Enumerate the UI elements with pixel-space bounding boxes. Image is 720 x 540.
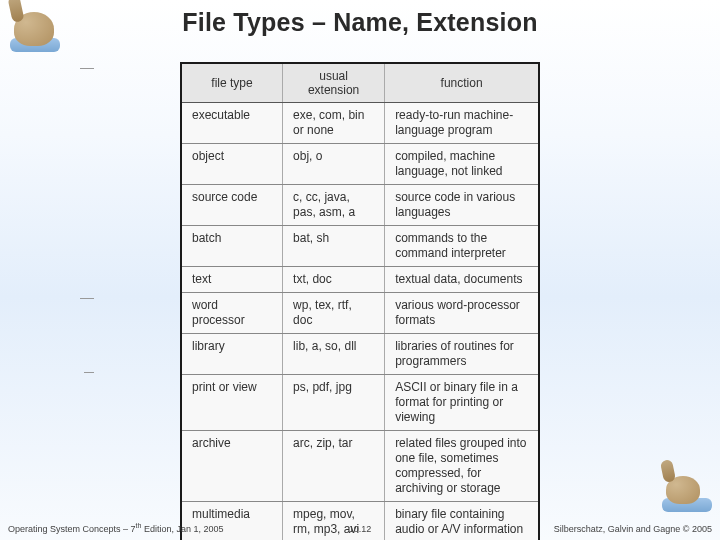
cell-type: batch	[182, 226, 283, 267]
decorative-line	[84, 372, 94, 373]
table-row: batchbat, shcommands to the command inte…	[182, 226, 538, 267]
cell-func: commands to the command interpreter	[385, 226, 538, 267]
cell-ext: bat, sh	[283, 226, 385, 267]
decorative-line	[80, 298, 94, 299]
col-header-ext: usual extension	[283, 64, 385, 103]
file-types-table: file type usual extension function execu…	[182, 64, 538, 540]
footer-page-number: 10.12	[349, 524, 372, 534]
cell-func: ASCII or binary file in a format for pri…	[385, 375, 538, 431]
slide-title: File Types – Name, Extension	[0, 8, 720, 37]
cell-type: library	[182, 334, 283, 375]
cell-ext: wp, tex, rtf, doc	[283, 293, 385, 334]
table-row: print or viewps, pdf, jpgASCII or binary…	[182, 375, 538, 431]
cell-ext: c, cc, java, pas, asm, a	[283, 185, 385, 226]
cell-type: executable	[182, 103, 283, 144]
cell-type: text	[182, 267, 283, 293]
col-header-type: file type	[182, 64, 283, 103]
dino-logo-bottom-right	[656, 468, 712, 512]
table-row: word processorwp, tex, rtf, docvarious w…	[182, 293, 538, 334]
cell-func: libraries of routines for programmers	[385, 334, 538, 375]
cell-func: source code in various languages	[385, 185, 538, 226]
cell-func: related files grouped into one file, som…	[385, 431, 538, 502]
table-row: executableexe, com, bin or noneready-to-…	[182, 103, 538, 144]
table-row: archivearc, zip, tarrelated files groupe…	[182, 431, 538, 502]
cell-ext: arc, zip, tar	[283, 431, 385, 502]
col-header-func: function	[385, 64, 538, 103]
cell-ext: exe, com, bin or none	[283, 103, 385, 144]
footer-right: Silberschatz, Galvin and Gagne © 2005	[554, 524, 712, 534]
table-row: texttxt, doctextual data, documents	[182, 267, 538, 293]
decorative-line	[80, 68, 94, 69]
cell-type: word processor	[182, 293, 283, 334]
cell-func: various word-processor formats	[385, 293, 538, 334]
table-row: source codec, cc, java, pas, asm, asourc…	[182, 185, 538, 226]
cell-type: object	[182, 144, 283, 185]
cell-ext: txt, doc	[283, 267, 385, 293]
footer-left: Operating System Concepts – 7th Edition,…	[8, 522, 223, 534]
table-row: librarylib, a, so, dlllibraries of routi…	[182, 334, 538, 375]
cell-type: source code	[182, 185, 283, 226]
table-header-row: file type usual extension function	[182, 64, 538, 103]
cell-func: ready-to-run machine-language program	[385, 103, 538, 144]
table-row: objectobj, ocompiled, machine language, …	[182, 144, 538, 185]
file-types-table-wrap: file type usual extension function execu…	[180, 62, 540, 540]
cell-ext: obj, o	[283, 144, 385, 185]
footer: Operating System Concepts – 7th Edition,…	[0, 518, 720, 534]
cell-func: textual data, documents	[385, 267, 538, 293]
cell-type: print or view	[182, 375, 283, 431]
cell-ext: lib, a, so, dll	[283, 334, 385, 375]
cell-ext: ps, pdf, jpg	[283, 375, 385, 431]
cell-func: compiled, machine language, not linked	[385, 144, 538, 185]
cell-type: archive	[182, 431, 283, 502]
